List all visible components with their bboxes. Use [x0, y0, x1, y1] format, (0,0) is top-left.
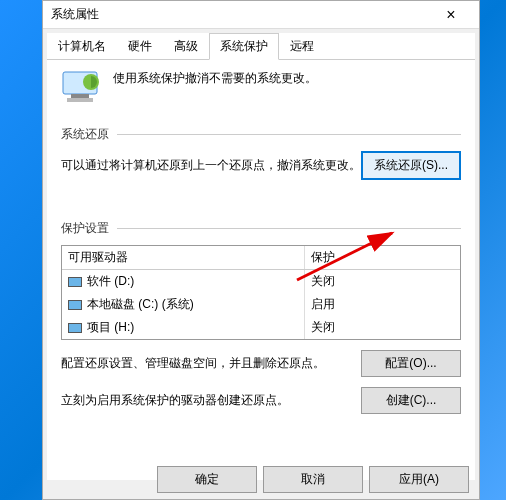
drive-status: 关闭	[305, 316, 460, 339]
drive-icon	[68, 300, 82, 310]
table-row[interactable]: 项目 (H:) 关闭	[62, 316, 460, 339]
restore-section-header: 系统还原	[61, 126, 461, 143]
divider	[117, 228, 461, 229]
ok-button[interactable]: 确定	[157, 466, 257, 493]
configure-button[interactable]: 配置(O)...	[361, 350, 461, 377]
drive-name: 项目 (H:)	[87, 320, 134, 334]
table-row[interactable]: 本地磁盘 (C:) (系统) 启用	[62, 293, 460, 316]
monitor-icon	[61, 70, 103, 106]
system-restore-button[interactable]: 系统还原(S)...	[361, 151, 461, 180]
intro-row: 使用系统保护撤消不需要的系统更改。	[61, 70, 461, 106]
create-button[interactable]: 创建(C)...	[361, 387, 461, 414]
drive-icon	[68, 277, 82, 287]
restore-header-label: 系统还原	[61, 126, 109, 143]
protect-section-header: 保护设置	[61, 220, 461, 237]
divider	[117, 134, 461, 135]
tabs: 计算机名 硬件 高级 系统保护 远程	[47, 33, 475, 60]
create-row: 立刻为启用系统保护的驱动器创建还原点。 创建(C)...	[61, 387, 461, 414]
tab-hardware[interactable]: 硬件	[117, 33, 163, 59]
close-icon[interactable]: ×	[431, 6, 471, 24]
tab-remote[interactable]: 远程	[279, 33, 325, 59]
protect-header-label: 保护设置	[61, 220, 109, 237]
svg-rect-1	[71, 94, 89, 98]
tab-computer-name[interactable]: 计算机名	[47, 33, 117, 59]
restore-row: 可以通过将计算机还原到上一个还原点，撤消系统更改。 系统还原(S)...	[61, 151, 461, 180]
config-desc: 配置还原设置、管理磁盘空间，并且删除还原点。	[61, 354, 361, 373]
cancel-button[interactable]: 取消	[263, 466, 363, 493]
svg-rect-2	[67, 98, 93, 102]
drive-name: 软件 (D:)	[87, 274, 134, 288]
titlebar: 系统属性 ×	[43, 1, 479, 29]
intro-text: 使用系统保护撤消不需要的系统更改。	[113, 70, 317, 87]
table-header: 可用驱动器 保护	[62, 246, 460, 270]
restore-desc: 可以通过将计算机还原到上一个还原点，撤消系统更改。	[61, 156, 361, 175]
apply-button[interactable]: 应用(A)	[369, 466, 469, 493]
tab-content: 使用系统保护撤消不需要的系统更改。 系统还原 可以通过将计算机还原到上一个还原点…	[47, 60, 475, 480]
drive-name: 本地磁盘 (C:) (系统)	[87, 297, 194, 311]
system-properties-dialog: 系统属性 × 计算机名 硬件 高级 系统保护 远程 使用系统保护撤消不需要的系统…	[42, 0, 480, 500]
drive-icon	[68, 323, 82, 333]
dialog-footer: 确定 取消 应用(A)	[157, 466, 469, 493]
tab-system-protection[interactable]: 系统保护	[209, 33, 279, 60]
create-desc: 立刻为启用系统保护的驱动器创建还原点。	[61, 391, 361, 410]
drive-status: 启用	[305, 293, 460, 316]
config-row: 配置还原设置、管理磁盘空间，并且删除还原点。 配置(O)...	[61, 350, 461, 377]
drive-status: 关闭	[305, 270, 460, 293]
table-row[interactable]: 软件 (D:) 关闭	[62, 270, 460, 293]
col-drive: 可用驱动器	[62, 246, 305, 269]
window-title: 系统属性	[51, 6, 431, 23]
drives-table: 可用驱动器 保护 软件 (D:) 关闭 本地磁盘 (C:) (系统) 启用 项目…	[61, 245, 461, 340]
col-protection: 保护	[305, 246, 460, 269]
tab-advanced[interactable]: 高级	[163, 33, 209, 59]
